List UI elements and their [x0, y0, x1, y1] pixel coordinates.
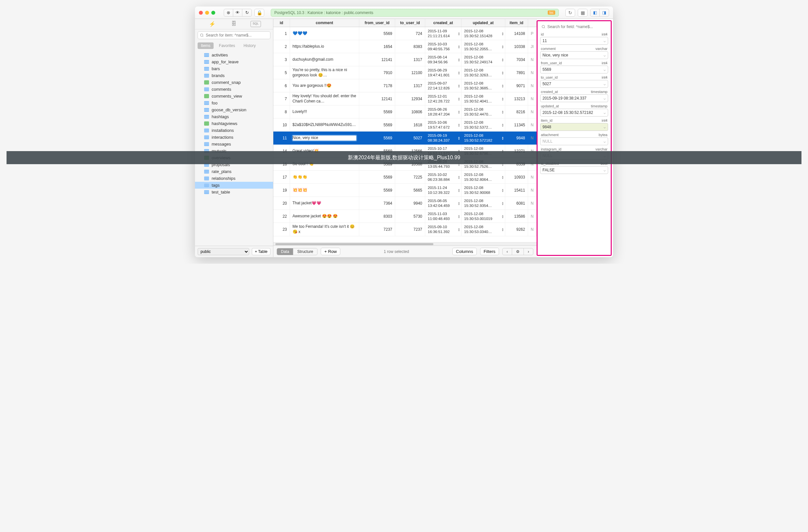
- column-header-flag[interactable]: [528, 19, 536, 27]
- cell-created[interactable]: 2015-12-0112:41:28.722▴▾: [425, 92, 461, 106]
- cell-updated[interactable]: 2015-12-0815:30:52.4041…▴▾: [461, 92, 505, 106]
- cell-to[interactable]: 5730: [395, 210, 425, 223]
- cell-updated[interactable]: 2015-12-0815:30:53.001019▴▾: [461, 210, 505, 223]
- column-header-item_id[interactable]: item_id: [505, 19, 528, 27]
- cell-created[interactable]: 2015-11-0921:11:21.614▴▾: [425, 27, 461, 40]
- zoom-icon[interactable]: [211, 11, 215, 15]
- cell-from[interactable]: 12141: [359, 92, 395, 106]
- grid-icon[interactable]: ▦: [578, 9, 588, 17]
- cell-to[interactable]: 1317: [395, 53, 425, 66]
- cell-updated[interactable]: 2015-12-0815:30:53.0340…▴▾: [461, 223, 505, 236]
- cell-id[interactable]: 17: [273, 171, 290, 184]
- cell-item[interactable]: 14108: [505, 27, 528, 40]
- tab-data[interactable]: Data: [277, 248, 293, 255]
- sidebar-item-hashtags[interactable]: hashtags: [195, 113, 273, 120]
- columns-button[interactable]: Columns: [452, 248, 477, 255]
- sidebar-item-comments_view[interactable]: comments_view: [195, 93, 273, 99]
- cell-id[interactable]: 1: [273, 27, 290, 40]
- column-header-to_user_id[interactable]: to_user_id: [395, 19, 425, 27]
- cell-comment-editing[interactable]: Nice, very nice: [293, 135, 357, 141]
- connection-bar[interactable]: PostgreSQL 10.3 : Katonice : katonice : …: [271, 9, 559, 17]
- sidebar-item-activities[interactable]: activities: [195, 52, 273, 58]
- cell-flag[interactable]: JI: [528, 40, 536, 53]
- cell-updated[interactable]: 2015-12-0815:30:52.5372…▴▾: [461, 118, 505, 132]
- cell-from[interactable]: 5569: [359, 158, 395, 171]
- cell-item[interactable]: 13586: [505, 210, 528, 223]
- cell-updated[interactable]: 2015-12-0815:30:52.572182▴▾: [461, 132, 505, 145]
- cell-flag[interactable]: N: [528, 66, 536, 79]
- tab-items[interactable]: Items: [198, 42, 214, 49]
- cell-from[interactable]: 8303: [359, 210, 395, 223]
- cell-created[interactable]: 2015-08-2618:28:47.204▴▾: [425, 106, 461, 118]
- cell-item[interactable]: 11345: [505, 118, 528, 132]
- cell-item[interactable]: 10933: [505, 171, 528, 184]
- cell-from[interactable]: 7237: [359, 223, 395, 236]
- cell-id[interactable]: 7: [273, 92, 290, 106]
- column-header-created_at[interactable]: created_at: [425, 19, 461, 27]
- cell-comment[interactable]: 👏👏👏: [290, 171, 359, 184]
- cell-id[interactable]: 3: [273, 53, 290, 66]
- cell-from[interactable]: 5569: [359, 171, 395, 184]
- field-value-created_at[interactable]: 2015-09-19 08:38:24.337: [540, 94, 608, 102]
- sidebar-item-interactions[interactable]: interactions: [195, 134, 273, 141]
- cell-comment[interactable]: duchuykun@gmail.com: [290, 53, 359, 66]
- field-value-id[interactable]: 11: [540, 37, 608, 45]
- cell-item[interactable]: 9071: [505, 79, 528, 92]
- cell-to[interactable]: 10568: [395, 158, 425, 171]
- cell-to[interactable]: 9940: [395, 197, 425, 210]
- cell-to[interactable]: 12100: [395, 66, 425, 79]
- cell-flag[interactable]: N: [528, 158, 536, 171]
- cell-from[interactable]: 5569: [359, 118, 395, 132]
- field-value-instagram_id[interactable]: NULL: [540, 152, 608, 159]
- cell-flag[interactable]: N: [528, 184, 536, 197]
- column-header-id[interactable]: id: [273, 19, 290, 27]
- column-header-comment[interactable]: comment: [290, 19, 359, 27]
- sidebar-item-overviews[interactable]: overviews: [195, 154, 273, 161]
- cell-created[interactable]: 2015-09-1908:38:24.337▴▾: [425, 132, 461, 145]
- field-value-from_user_id[interactable]: 5569: [540, 65, 608, 73]
- inspector-search-input[interactable]: [540, 23, 608, 30]
- cell-flag[interactable]: N: [528, 223, 536, 236]
- filters-button[interactable]: Filters: [480, 248, 499, 255]
- cell-to[interactable]: 724: [395, 27, 425, 40]
- sidebar-item-foo[interactable]: foo: [195, 99, 273, 107]
- sidebar-item-app_for_leave[interactable]: app_for_leave: [195, 58, 273, 65]
- sidebar-item-goose_db_version[interactable]: goose_db_version: [195, 107, 273, 113]
- table-row[interactable]: 20That jacket💗💗736499402015-08-0513:42:0…: [273, 197, 537, 210]
- panel-right-icon[interactable]: ◨: [600, 9, 609, 16]
- cell-item[interactable]: 7891: [505, 66, 528, 79]
- cell-from[interactable]: 7364: [359, 197, 395, 210]
- cell-to[interactable]: 12566: [395, 145, 425, 158]
- cell-flag[interactable]: N: [528, 197, 536, 210]
- tab-structure[interactable]: Structure: [293, 248, 317, 255]
- sidebar-item-rate_plans[interactable]: rate_plans: [195, 168, 273, 175]
- database-icon[interactable]: 🗄: [228, 21, 239, 27]
- cell-from[interactable]: 1654: [359, 40, 395, 53]
- sidebar-item-proposals[interactable]: proposals: [195, 161, 273, 168]
- cell-id[interactable]: 5: [273, 66, 290, 79]
- tab-favorites[interactable]: Favorites: [216, 42, 238, 49]
- table-row[interactable]: 16So cool ! 👏5569105682015-08-2813:05:44…: [273, 158, 537, 171]
- sidebar-item-comment_snap[interactable]: comment_snap: [195, 79, 273, 86]
- cell-item[interactable]: 15411: [505, 184, 528, 197]
- cell-from[interactable]: 7178: [359, 79, 395, 92]
- cell-created[interactable]: 2015-10-0619:57:47.672▴▾: [425, 118, 461, 132]
- cell-comment[interactable]: Me too Fernanda! It's cute isn't it 😊😘 x: [290, 223, 359, 236]
- cell-created[interactable]: 2015-10-0309:40:55.756▴▾: [425, 40, 461, 53]
- cell-from[interactable]: 5569: [359, 106, 395, 118]
- next-icon[interactable]: ›: [524, 248, 533, 255]
- cell-flag[interactable]: N: [528, 132, 536, 145]
- schema-select[interactable]: public: [198, 248, 249, 255]
- cell-to[interactable]: 1618: [395, 118, 425, 132]
- field-value-item_id[interactable]: 9848: [540, 123, 608, 131]
- cell-from[interactable]: 5569: [359, 132, 395, 145]
- cell-comment[interactable]: You're so pretty, this is a nice ni gorg…: [290, 66, 359, 79]
- cell-item[interactable]: 7034: [505, 53, 528, 66]
- field-value-is_disabled[interactable]: FALSE: [540, 166, 608, 174]
- cell-created[interactable]: 2015-08-0513:42:04.459▴▾: [425, 197, 461, 210]
- cell-id[interactable]: 2: [273, 40, 290, 53]
- sidebar-item-mutuals[interactable]: mutuals: [195, 148, 273, 154]
- add-table-button[interactable]: + Table: [252, 248, 271, 255]
- table-row[interactable]: 17👏👏👏556972252015-10-0206:23:38.884▴▾201…: [273, 171, 537, 184]
- cell-to[interactable]: 12934: [395, 92, 425, 106]
